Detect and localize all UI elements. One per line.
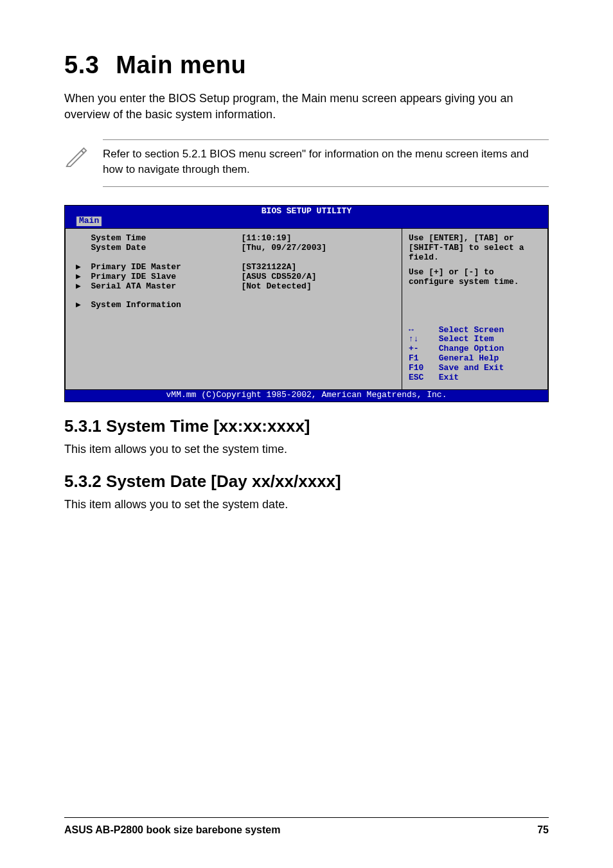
section-title: Main menu — [116, 51, 246, 78]
bios-help-2: Use [+] or [-] to configure system time. — [409, 268, 541, 287]
subsection-heading-1: 5.3.1 System Time [xx:xx:xxxx] — [64, 416, 549, 436]
bios-nav-row: ESC Exit — [409, 373, 541, 383]
bios-nav-row: F10 Save and Exit — [409, 364, 541, 373]
page-footer: ASUS AB-P2800 book size barebone system … — [64, 817, 549, 836]
bios-item: System Date [Thu, 09/27/2003] — [76, 244, 394, 253]
bios-item: ▶ Serial ATA Master [Not Detected] — [76, 282, 394, 292]
note-text: Refer to section 5.2.1 BIOS menu screen"… — [103, 146, 549, 177]
intro-paragraph: When you enter the BIOS Setup program, t… — [64, 91, 549, 123]
subsection-body-2: This item allows you to set the system d… — [64, 497, 549, 513]
bios-help-1: Use [ENTER], [TAB] or [SHIFT-TAB] to sel… — [409, 234, 541, 263]
note-block: Refer to section 5.2.1 BIOS menu screen"… — [64, 139, 549, 187]
bios-screenshot: BIOS SETUP UTILITY Main System Time [11:… — [64, 205, 549, 402]
bios-right-pane: Use [ENTER], [TAB] or [SHIFT-TAB] to sel… — [402, 228, 548, 390]
pencil-icon — [64, 143, 89, 168]
bios-left-pane: System Time [11:10:19] System Date [Thu,… — [65, 228, 402, 390]
bios-item: System Time [11:10:19] — [76, 234, 394, 244]
bios-tabs: Main — [65, 217, 548, 227]
note-text-wrap: Refer to section 5.2.1 BIOS menu screen"… — [103, 139, 549, 187]
bios-nav-row: ↑↓ Select Item — [409, 335, 541, 344]
bios-item: ▶ System Information — [76, 301, 394, 310]
bios-item: ▶ Primary IDE Master [ST321122A] — [76, 263, 394, 272]
bios-body: System Time [11:10:19] System Date [Thu,… — [65, 227, 548, 390]
bios-spacer — [76, 291, 394, 301]
section-number: 5.3 — [64, 51, 99, 78]
footer-product: ASUS AB-P2800 book size barebone system — [64, 824, 280, 836]
bios-spacer — [76, 253, 394, 263]
bios-footer: vMM.mm (C)Copyright 1985-2002, American … — [65, 390, 548, 402]
bios-nav: ↔ Select Screen↑↓ Select Item+- Change O… — [409, 326, 541, 384]
footer-page-number: 75 — [537, 824, 549, 836]
bios-title: BIOS SETUP UTILITY — [65, 206, 548, 217]
subsection-body-1: This item allows you to set the system t… — [64, 441, 549, 457]
bios-nav-row: ↔ Select Screen — [409, 326, 541, 335]
bios-item: ▶ Primary IDE Slave [ASUS CDS520/A] — [76, 272, 394, 282]
bios-nav-row: F1 General Help — [409, 354, 541, 364]
section-heading: 5.3Main menu — [64, 51, 549, 79]
subsection-heading-2: 5.3.2 System Date [Day xx/xx/xxxx] — [64, 472, 549, 492]
bios-tab-main: Main — [76, 217, 102, 226]
bios-nav-row: +- Change Option — [409, 344, 541, 354]
